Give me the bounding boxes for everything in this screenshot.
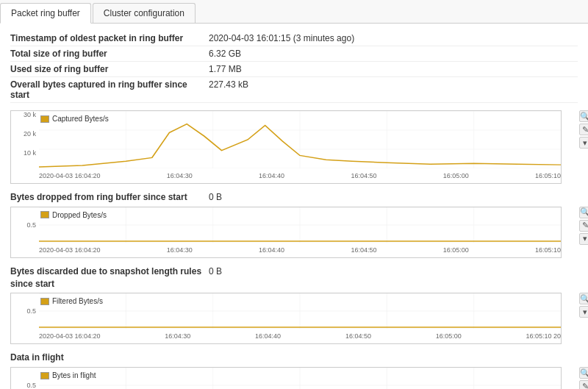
chart-section-dropped: Bytes dropped from ring buffer since sta… [10, 191, 578, 258]
chart-captured-icons: 🔍 ✎ ▾ [579, 110, 588, 149]
chart-section-discarded: Bytes discarded due to snapshot length r… [10, 265, 578, 345]
info-label-3: Overall bytes captured in ring buffer si… [10, 79, 209, 100]
dropped-label: Bytes dropped from ring buffer since sta… [10, 191, 209, 204]
legend-label-dropped: Dropped Bytes/s [52, 211, 107, 219]
chart-dropped-icons: 🔍 ✎ ▾ [579, 207, 588, 245]
info-table: Timestamp of oldest packet in ring buffe… [10, 31, 578, 103]
discarded-value: 0 B [209, 265, 222, 276]
chart-discarded-legend: Filtered Bytes/s [40, 297, 103, 305]
chart-inflight: 0.5 [10, 367, 562, 389]
chart-discarded-xaxis: 2020-04-03 16:04:20 16:04:30 16:04:40 16… [39, 329, 561, 343]
chart-captured-xaxis: 2020-04-03 16:04:20 16:04:30 16:04:40 16… [39, 168, 561, 183]
chart-discarded-yaxis: 0.5 [11, 293, 39, 329]
tab-cluster-configuration[interactable]: Cluster configuration [93, 3, 196, 23]
chart-captured-zoom-icon[interactable]: 🔍 [579, 110, 588, 122]
inflight-label-row: Data in flight [10, 351, 578, 364]
legend-label-inflight: Bytes in flight [52, 371, 96, 379]
inflight-label: Data in flight [10, 351, 209, 364]
info-row-2: Used size of ring buffer 1.77 MB [10, 62, 578, 77]
dropped-value: 0 B [209, 191, 222, 202]
chart-dropped-legend: Dropped Bytes/s [40, 211, 107, 219]
legend-color-captured [40, 115, 49, 123]
info-label-1: Total size of ring buffer [10, 49, 209, 59]
chart-dropped-edit-icon[interactable]: ✎ [579, 220, 588, 232]
chart-inflight-yaxis: 0.5 [11, 368, 39, 389]
chart-inflight-icons: 🔍 ✎ ▾ [579, 367, 588, 389]
chart-discarded: 0.5 [10, 293, 562, 344]
info-row-1: Total size of ring buffer 6.32 GB [10, 46, 578, 62]
chart-inflight-edit-icon[interactable]: ✎ [579, 380, 588, 389]
chart-inflight-zoom-icon[interactable]: 🔍 [579, 367, 588, 379]
chart-captured-legend: Captured Bytes/s [40, 115, 109, 123]
chart-dropped-xaxis: 2020-04-03 16:04:20 16:04:30 16:04:40 16… [39, 243, 561, 257]
chart-dropped-yaxis: 0.5 [11, 207, 39, 243]
legend-label-discarded: Filtered Bytes/s [52, 297, 103, 305]
chart-section-captured: 30 k 20 k 10 k [10, 110, 578, 184]
legend-color-dropped [40, 211, 49, 218]
info-label-2: Used size of ring buffer [10, 64, 209, 74]
legend-color-discarded [40, 298, 49, 305]
chart-captured-area [39, 111, 561, 168]
chart-discarded-icons: 🔍 ▾ [579, 293, 588, 318]
dropped-label-row: Bytes dropped from ring buffer since sta… [10, 191, 578, 204]
chart-dropped-expand-icon[interactable]: ▾ [579, 233, 588, 245]
info-label-0: Timestamp of oldest packet in ring buffe… [10, 33, 209, 43]
legend-label-captured: Captured Bytes/s [52, 115, 109, 123]
discarded-label-row: Bytes discarded due to snapshot length r… [10, 265, 578, 290]
chart-discarded-area [39, 293, 561, 329]
chart-discarded-zoom-icon[interactable]: 🔍 [579, 293, 588, 304]
info-row-0: Timestamp of oldest packet in ring buffe… [10, 31, 578, 46]
discarded-label: Bytes discarded due to snapshot length r… [10, 265, 209, 290]
info-value-3: 227.43 kB [209, 79, 248, 100]
tabs-bar: Packet ring buffer Cluster configuration [0, 0, 588, 24]
info-value-2: 1.77 MB [209, 64, 242, 74]
tab-packet-ring-buffer[interactable]: Packet ring buffer [0, 3, 91, 24]
chart-discarded-expand-icon[interactable]: ▾ [579, 306, 588, 318]
chart-captured-edit-icon[interactable]: ✎ [579, 124, 588, 135]
chart-dropped: 0.5 [10, 207, 562, 258]
chart-captured-expand-icon[interactable]: ▾ [579, 137, 588, 149]
chart-dropped-area [39, 207, 561, 243]
chart-captured: 30 k 20 k 10 k [10, 110, 562, 184]
chart-captured-yaxis: 30 k 20 k 10 k [11, 111, 39, 168]
chart-inflight-area [39, 368, 561, 389]
info-value-0: 2020-04-03 16:01:15 (3 minutes ago) [209, 33, 354, 43]
chart-section-inflight: Data in flight 0.5 [10, 351, 578, 389]
legend-color-inflight [40, 372, 49, 379]
chart-inflight-legend: Bytes in flight [40, 371, 96, 379]
info-value-1: 6.32 GB [209, 49, 241, 59]
main-content: Timestamp of oldest packet in ring buffe… [0, 24, 588, 389]
info-row-3: Overall bytes captured in ring buffer si… [10, 77, 578, 103]
chart-dropped-zoom-icon[interactable]: 🔍 [579, 207, 588, 218]
